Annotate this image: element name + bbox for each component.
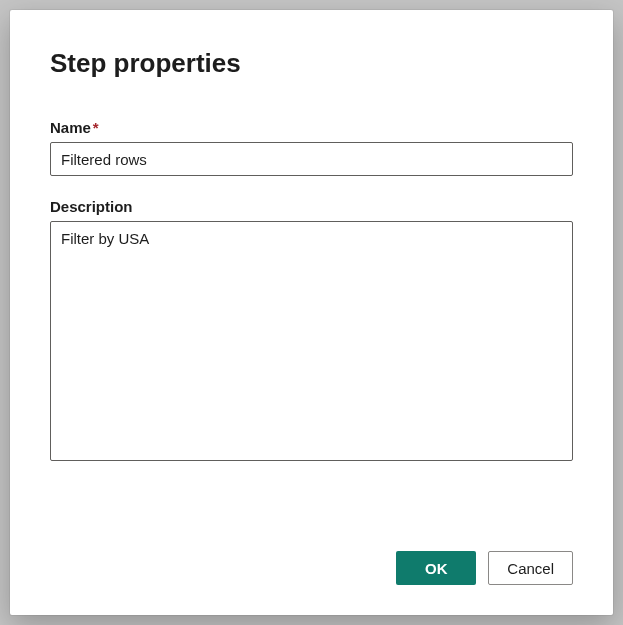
- dialog-title: Step properties: [50, 48, 573, 79]
- name-label: Name*: [50, 119, 573, 136]
- ok-button[interactable]: OK: [396, 551, 476, 585]
- step-properties-dialog: Step properties Name* Description Filter…: [10, 10, 613, 615]
- name-label-text: Name: [50, 119, 91, 136]
- description-input[interactable]: Filter by USA: [50, 221, 573, 461]
- name-input[interactable]: [50, 142, 573, 176]
- description-field-group: Description Filter by USA: [50, 198, 573, 461]
- required-indicator: *: [93, 119, 99, 136]
- dialog-button-row: OK Cancel: [50, 521, 573, 585]
- description-label: Description: [50, 198, 573, 215]
- cancel-button[interactable]: Cancel: [488, 551, 573, 585]
- name-field-group: Name*: [50, 119, 573, 176]
